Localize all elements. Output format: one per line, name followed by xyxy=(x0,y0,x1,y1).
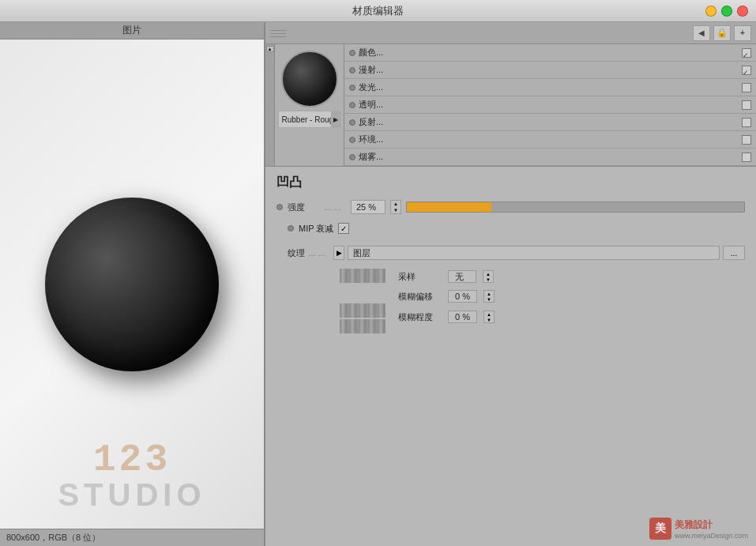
logo-text: 美雅設計 xyxy=(675,518,748,532)
back-button[interactable]: ◀ xyxy=(693,25,710,41)
bump-preview-strip-2 xyxy=(340,303,386,318)
prop-item-fog: 烟雾... xyxy=(344,149,756,166)
material-name-bar: Rubber - Rough Pat ▶ xyxy=(278,111,341,128)
left-panel-header: 图片 xyxy=(0,22,264,40)
title-bar: 材质编辑器 xyxy=(0,0,756,22)
strength-slider[interactable] xyxy=(406,201,745,213)
sample-stepper[interactable]: ▲ ▼ xyxy=(483,270,494,283)
prop-checkbox-diffuse[interactable]: ✓ xyxy=(742,66,751,75)
right-toolbar: ◀ 🔒 + xyxy=(265,22,756,44)
texture-row: 纹理 …… ▶ 图层 ... xyxy=(276,243,745,262)
prop-item-reflection: 反射... xyxy=(344,114,756,131)
prop-dot xyxy=(349,119,355,126)
prop-checkbox-reflection[interactable] xyxy=(742,118,751,127)
left-panel-title: 图片 xyxy=(122,24,141,37)
prop-item-diffuse: 漫射... ✓ xyxy=(344,62,756,79)
material-header-area: ▲ Rubber - Rough Pat ▶ 颜色... ✓ xyxy=(265,44,756,167)
texture-details-section: 采样 无 ▲ ▼ 模糊偏移 0 % ▲ ▼ xyxy=(276,269,745,333)
blur-level-row: 模糊程度 0 % ▲ ▼ xyxy=(398,308,495,326)
mip-dot xyxy=(288,225,294,232)
prop-dot xyxy=(349,50,355,56)
prop-label-transparency: 透明... xyxy=(359,99,739,111)
logo-text-area: 美雅設計 www.meiyaDesign.com xyxy=(675,518,748,540)
texture-layer-field[interactable]: 图层 xyxy=(348,246,720,260)
left-scroll: ▲ xyxy=(265,44,275,166)
window-controls xyxy=(705,6,748,17)
texture-sample-details: 采样 无 ▲ ▼ 模糊偏移 0 % ▲ ▼ xyxy=(398,269,495,326)
prop-checkbox-env[interactable] xyxy=(742,135,751,145)
window-title: 材质编辑器 xyxy=(352,4,404,18)
drag-handle xyxy=(270,29,286,37)
blur-level-label: 模糊程度 xyxy=(398,311,442,323)
strength-dot xyxy=(276,204,283,210)
bump-detail-panel: 凹凸 强度 …… 25 % ▲ ▼ MIP 衰减 ✓ xyxy=(265,167,756,546)
status-bar: 800x600，RGB（8 位） xyxy=(0,529,264,546)
prop-label-glow: 发光... xyxy=(359,81,739,93)
minimize-button[interactable] xyxy=(705,6,717,17)
watermark-line2: STUDIO xyxy=(58,477,205,513)
prop-label-diffuse: 漫射... xyxy=(359,64,739,76)
strength-slider-fill xyxy=(407,202,491,212)
blur-offset-value: 0 % xyxy=(448,290,477,303)
sample-value: 无 xyxy=(448,270,476,283)
blur-offset-stepper[interactable]: ▲ ▼ xyxy=(483,290,495,303)
prop-label-env: 环境... xyxy=(359,134,739,145)
lock-button[interactable]: 🔒 xyxy=(713,25,731,41)
mip-checkbox[interactable]: ✓ xyxy=(338,223,349,234)
prop-item-color: 颜色... ✓ xyxy=(344,44,756,62)
prop-label-fog: 烟雾... xyxy=(359,151,739,163)
close-button[interactable] xyxy=(737,6,748,17)
sample-row: 采样 无 ▲ ▼ xyxy=(398,269,495,284)
logo-watermark: 美 美雅設計 www.meiyaDesign.com xyxy=(649,518,748,540)
prop-item-glow: 发光... xyxy=(344,79,756,96)
scroll-up[interactable]: ▲ xyxy=(266,46,274,52)
mip-row: MIP 衰减 ✓ xyxy=(276,220,745,237)
stepper-up[interactable]: ▲ xyxy=(391,201,401,207)
logo-url: www.meiyaDesign.com xyxy=(675,532,748,540)
prop-dot xyxy=(349,67,355,73)
texture-more-button[interactable]: ... xyxy=(723,246,745,260)
material-name: Rubber - Rough Pat xyxy=(282,115,337,124)
preview-area: 123 STUDIO xyxy=(0,40,264,529)
strength-dots: …… xyxy=(324,203,346,212)
prop-dot xyxy=(349,102,355,108)
mip-label: MIP 衰减 xyxy=(299,223,333,235)
bump-preview-strip-3 xyxy=(340,319,386,333)
bump-detail-title: 凹凸 xyxy=(276,175,745,191)
prop-checkbox-color[interactable]: ✓ xyxy=(742,48,751,58)
expand-button[interactable]: + xyxy=(734,25,751,41)
name-expand-button[interactable]: ▶ xyxy=(331,111,340,127)
prop-item-env: 环境... xyxy=(344,131,756,149)
prop-label-reflection: 反射... xyxy=(359,116,739,128)
prop-label-color: 颜色... xyxy=(359,47,739,58)
prop-checkbox-fog[interactable] xyxy=(742,153,751,162)
sample-label: 采样 xyxy=(398,271,442,283)
strength-stepper[interactable]: ▲ ▼ xyxy=(390,200,401,214)
prop-checkbox-transparency[interactable] xyxy=(742,100,751,110)
bump-preview-strips xyxy=(340,269,386,333)
texture-arrow-button[interactable]: ▶ xyxy=(333,246,344,260)
blur-offset-label: 模糊偏移 xyxy=(398,291,442,303)
strength-value: 25 % xyxy=(351,200,386,214)
texture-label: 纹理 xyxy=(276,247,305,259)
watermark-line1: 123 xyxy=(93,439,171,481)
strength-label: 强度 xyxy=(288,201,319,213)
prop-dot xyxy=(349,85,355,91)
maximize-button[interactable] xyxy=(721,6,732,17)
prop-item-transparency: 透明... xyxy=(344,96,756,114)
bump-preview-strip-1 xyxy=(340,269,386,283)
blur-level-value: 0 % xyxy=(448,311,477,323)
texture-dots: …… xyxy=(308,249,330,258)
material-thumb-area: Rubber - Rough Pat ▶ xyxy=(275,44,344,166)
blur-level-stepper[interactable]: ▲ ▼ xyxy=(483,311,495,323)
prop-dot xyxy=(349,137,355,143)
prop-checkbox-glow[interactable] xyxy=(742,83,751,92)
material-thumbnail[interactable] xyxy=(281,51,338,107)
logo-icon: 美 xyxy=(649,518,671,540)
strength-row: 强度 …… 25 % ▲ ▼ xyxy=(276,198,745,217)
sphere-preview xyxy=(45,198,219,371)
prop-dot xyxy=(349,154,355,160)
status-text: 800x600，RGB（8 位） xyxy=(6,532,100,544)
stepper-down[interactable]: ▼ xyxy=(391,207,401,213)
properties-list: 颜色... ✓ 漫射... ✓ 发光... 透明... xyxy=(344,44,756,166)
